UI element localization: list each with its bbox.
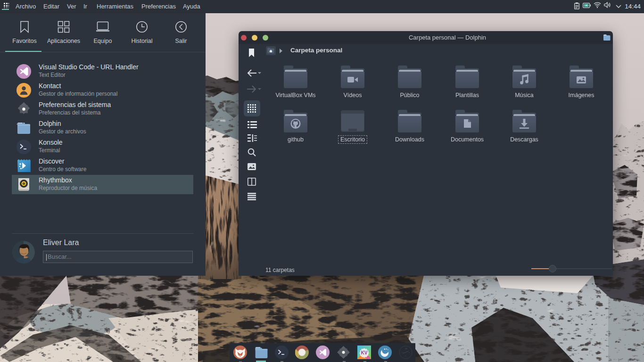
svg-text:12: 12 bbox=[405, 347, 407, 350]
svg-text:KV: KV bbox=[361, 350, 368, 355]
